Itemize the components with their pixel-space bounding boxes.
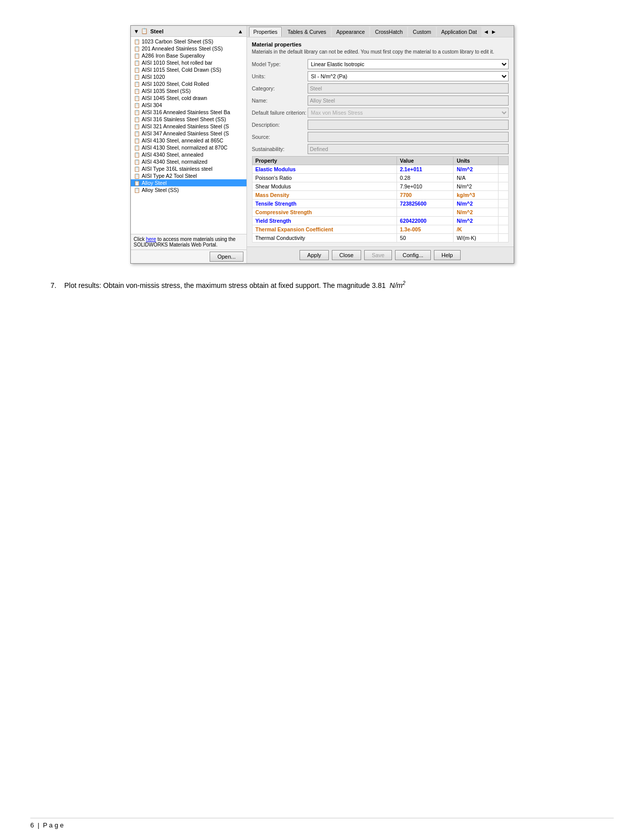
name-row: Name: document.querySelector('[data-name… [252,95,509,106]
tree-item-4[interactable]: 📋AISI 1015 Steel, Cold Drawn (SS) [131,66,246,73]
description-label: Description: [252,122,308,128]
prop-value-5 [397,208,453,217]
material-icon-3: 📋 [134,60,140,66]
table-row-6: Yield Strength 620422000 N/m^2 [252,217,508,225]
prop-value-7: 1.3e-005 [397,225,453,234]
material-icon-14: 📋 [134,138,140,143]
description-row: Description: [252,120,509,130]
prop-name-1: Poisson's Ratio [252,174,397,182]
open-button[interactable]: Open... [210,252,243,262]
material-icon-0: 📋 [134,39,140,44]
page-footer: 6 | P a g e [30,818,614,829]
tree-item-11[interactable]: 📋AISI 316 Stainless Steel Sheet (SS) [131,116,246,123]
step7-container: 7. Plot results: Obtain von-missis stres… [51,279,614,292]
tree-item-8[interactable]: 📋AISI 1045 Steel, cold drawn [131,94,246,102]
help-button[interactable]: Help [434,250,461,260]
page-number: 6 [30,821,34,829]
tree-item-12[interactable]: 📋AISI 321 Annealed Stainless Steel (S [131,123,246,130]
source-input[interactable] [308,132,509,142]
tree-item-1[interactable]: 📋201 Annealed Stainless Steel (SS) [131,45,246,52]
tree-item-6[interactable]: 📋AISI 1020 Steel, Cold Rolled [131,80,246,87]
config-button[interactable]: Config... [395,250,431,260]
prop-value-6: 620422000 [397,217,453,225]
tree-item-18[interactable]: 📋AISI Type 316L stainless steel [131,165,246,172]
material-icon-18: 📋 [134,166,140,172]
material-icon-15: 📋 [134,145,140,151]
left-panel-title: Steel [150,28,163,34]
prop-name-8: Thermal Conductivity [252,234,397,242]
tree-item-19[interactable]: 📋AISI Type A2 Tool Steel [131,172,246,179]
prop-value-0: 2.1e+011 [397,165,453,174]
tree-item-15[interactable]: 📋AISI 4130 Steel, normalized at 870C [131,144,246,151]
tab-scroll-left[interactable]: ◀ [482,28,490,35]
bottom-buttons: Apply Close Save Config... Help [247,247,514,263]
category-row: Category: [252,83,509,93]
tab-tables-curves[interactable]: Tables & Curves [283,27,330,37]
tree-item-16[interactable]: 📋AISI 4340 Steel, annealed [131,151,246,158]
sustainability-input[interactable] [308,144,509,154]
model-type-label: Model Type: [252,61,308,67]
tab-appearance[interactable]: Appearance [332,27,370,37]
expand-icon[interactable]: ▲ [238,28,243,34]
name-input[interactable] [308,95,509,106]
material-icon-13: 📋 [134,131,140,136]
table-row-5: Compressive Strength N/m^2 [252,208,508,217]
materials-right-panel: Properties Tables & Curves Appearance Cr… [247,26,514,263]
source-row: Source: [252,132,509,142]
tree-item-2[interactable]: 📋A286 Iron Base Superalloy [131,52,246,59]
properties-content: Material properties Materials in the def… [247,37,514,247]
table-row-4: Tensile Strength 723825600 N/m^2 [252,200,508,208]
tree-item-14[interactable]: 📋AISI 4130 Steel, annealed at 865C [131,137,246,144]
tree-item-0[interactable]: 📋1023 Carbon Steel Sheet (SS) [131,38,246,45]
tab-properties[interactable]: Properties [249,27,282,37]
tree-item-10[interactable]: 📋AISI 316 Annealed Stainless Steel Ba [131,109,246,116]
prop-name-6: Yield Strength [252,217,397,225]
prop-units-4: N/m^2 [454,200,498,208]
tree-item-20[interactable]: 📋Alloy Steel [131,179,246,186]
close-button[interactable]: Close [332,250,361,260]
category-input[interactable] [308,83,509,93]
category-label: Category: [252,85,308,91]
material-icon-11: 📋 [134,117,140,122]
prop-name-0: Elastic Modulus [252,165,397,174]
material-icon-9: 📋 [134,103,140,108]
tab-crosshatch[interactable]: CrossHatch [370,27,407,37]
tree-item-5[interactable]: 📋AISI 1020 [131,73,246,80]
table-row-1: Poisson's Ratio 0.28 N/A [252,174,508,182]
description-input[interactable] [308,120,509,130]
save-button[interactable]: Save [364,250,392,260]
tree-item-17[interactable]: 📋AISI 4340 Steel, normalized [131,158,246,165]
prop-value-1: 0.28 [397,174,453,182]
col-units: Units [454,157,498,165]
prop-name-4: Tensile Strength [252,200,397,208]
tab-application-dat[interactable]: Application Dat [437,27,482,37]
tree-item-9[interactable]: 📋AISI 304 [131,102,246,109]
apply-button[interactable]: Apply [300,250,329,260]
left-panel-header: ▼ 📋 Steel ▲ [131,26,246,37]
default-failure-select[interactable]: Max von Mises Stress [308,108,509,118]
default-failure-label: Default failure criterion: [252,110,308,116]
tree-item-13[interactable]: 📋AISI 347 Annealed Stainless Steel (S [131,130,246,137]
units-select[interactable]: SI - N/m^2 (Pa) [308,71,509,81]
col-property: Property [252,157,397,165]
prop-value-2: 7.9e+010 [397,182,453,191]
footer-text-area: Click here to access more materials usin… [131,234,246,250]
prop-units-7: /K [454,225,498,234]
material-icon-7: 📋 [134,88,140,94]
tab-scroll-right[interactable]: ▶ [490,28,498,35]
materials-tree-list[interactable]: 📋1023 Carbon Steel Sheet (SS)📋201 Anneal… [131,37,246,234]
model-type-row: Model Type: Linear Elastic Isotropic [252,59,509,69]
tree-item-3[interactable]: 📋AISI 1010 Steel, hot rolled bar [131,59,246,66]
folder-icon: 📋 [141,28,148,34]
material-properties-note: Materials in the default library can not… [252,48,509,55]
materials-left-panel: ▼ 📋 Steel ▲ 📋1023 Carbon Steel Sheet (SS… [131,26,247,263]
prop-units-5: N/m^2 [454,208,498,217]
materials-portal-link[interactable]: here [146,236,156,242]
table-row-2: Shear Modulus 7.9e+010 N/m^2 [252,182,508,191]
prop-units-6: N/m^2 [454,217,498,225]
prop-units-0: N/m^2 [454,165,498,174]
tab-custom[interactable]: Custom [408,27,435,37]
tree-item-21[interactable]: 📋Alloy Steel (SS) [131,186,246,193]
model-type-select[interactable]: Linear Elastic Isotropic [308,59,509,69]
tree-item-7[interactable]: 📋AISI 1035 Steel (SS) [131,87,246,94]
